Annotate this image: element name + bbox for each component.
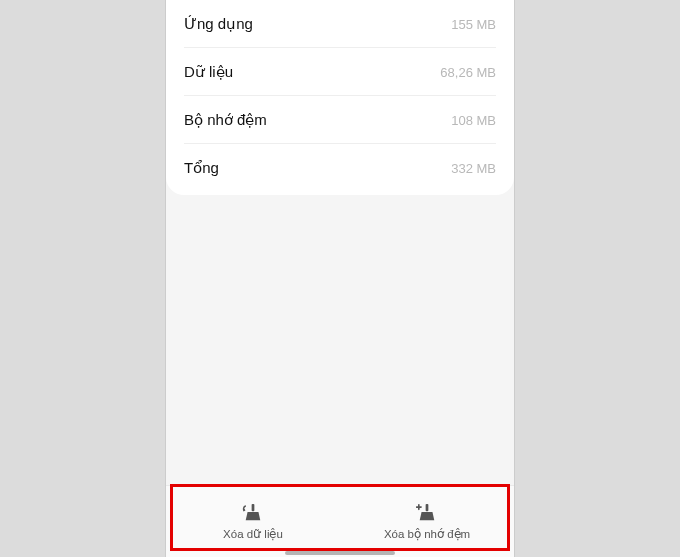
nav-indicator bbox=[285, 551, 395, 555]
row-label: Ứng dụng bbox=[184, 15, 253, 33]
svg-rect-0 bbox=[252, 503, 255, 510]
row-value: 108 MB bbox=[451, 113, 496, 128]
row-label: Bộ nhớ đệm bbox=[184, 111, 267, 129]
spacer bbox=[166, 195, 514, 485]
clear-cache-button[interactable]: Xóa bộ nhớ đệm bbox=[340, 486, 514, 557]
svg-rect-1 bbox=[426, 503, 429, 510]
broom-plus-icon bbox=[415, 503, 439, 523]
storage-settings-screen: Ứng dụng 155 MB Dữ liệu 68,26 MB Bộ nhớ … bbox=[165, 0, 515, 557]
storage-row-app[interactable]: Ứng dụng 155 MB bbox=[184, 0, 496, 48]
broom-reset-icon bbox=[241, 503, 265, 523]
row-value: 155 MB bbox=[451, 17, 496, 32]
row-label: Dữ liệu bbox=[184, 63, 233, 81]
action-label: Xóa bộ nhớ đệm bbox=[384, 527, 470, 541]
row-value: 68,26 MB bbox=[440, 65, 496, 80]
clear-data-button[interactable]: Xóa dữ liệu bbox=[166, 486, 340, 557]
row-value: 332 MB bbox=[451, 161, 496, 176]
row-label: Tổng bbox=[184, 159, 219, 177]
bottom-action-bar: Xóa dữ liệu Xóa bộ nhớ đệm bbox=[166, 485, 514, 557]
action-label: Xóa dữ liệu bbox=[223, 527, 283, 541]
storage-row-cache[interactable]: Bộ nhớ đệm 108 MB bbox=[184, 96, 496, 144]
storage-row-data[interactable]: Dữ liệu 68,26 MB bbox=[184, 48, 496, 96]
storage-row-total: Tổng 332 MB bbox=[184, 144, 496, 195]
storage-card: Ứng dụng 155 MB Dữ liệu 68,26 MB Bộ nhớ … bbox=[166, 0, 514, 195]
